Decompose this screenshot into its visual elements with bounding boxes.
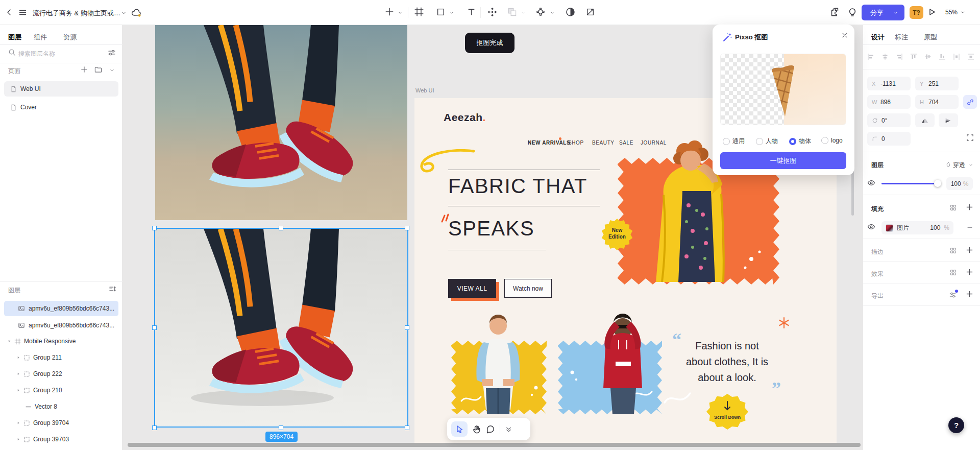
title-chevron-down-icon[interactable] xyxy=(121,10,127,16)
align-bottom-icon[interactable] xyxy=(938,53,946,61)
vector-tool-icon[interactable] xyxy=(536,7,545,16)
selection-handle[interactable] xyxy=(405,325,409,330)
constrain-link-icon[interactable] xyxy=(963,95,977,109)
layer-item-frame[interactable]: Mobile Responsive xyxy=(4,334,118,349)
tab-annotate[interactable]: 标注 xyxy=(895,33,908,42)
caret-right-icon[interactable] xyxy=(16,421,20,425)
layer-item-group[interactable]: Group 210 xyxy=(4,383,118,398)
selection-handle[interactable] xyxy=(152,325,157,330)
page-item-cover[interactable]: Cover xyxy=(4,100,118,115)
add-effect-icon[interactable] xyxy=(966,268,973,276)
shape-tool-icon[interactable] xyxy=(436,8,445,16)
export-settings-icon[interactable] xyxy=(949,291,957,299)
hoodie-man-photo[interactable] xyxy=(582,306,664,414)
option-person[interactable]: 人物 xyxy=(756,137,778,146)
tab-components[interactable]: 组件 xyxy=(34,33,47,42)
tab-design[interactable]: 设计 xyxy=(871,33,885,42)
search-input[interactable]: 搜索图层名称 xyxy=(18,50,55,58)
document-title[interactable]: 流行电子商务 & 购物主页或登... xyxy=(33,9,120,18)
option-logo[interactable]: logo xyxy=(821,137,843,144)
hero-line1[interactable]: FABRIC THAT xyxy=(448,175,587,198)
nav-beauty[interactable]: BEAUTY xyxy=(592,140,615,146)
selection-handle[interactable] xyxy=(279,425,283,430)
distribute-h-icon[interactable] xyxy=(952,53,961,61)
flip-horizontal-button[interactable] xyxy=(915,113,935,127)
caret-right-icon[interactable] xyxy=(16,356,20,360)
y-input[interactable]: Y251 xyxy=(915,77,959,90)
distribute-v-icon[interactable] xyxy=(967,53,975,61)
align-h-center-icon[interactable] xyxy=(881,53,889,61)
one-click-cutout-button[interactable]: 一键抠图 xyxy=(720,152,846,169)
lightbulb-icon[interactable] xyxy=(847,7,857,17)
main-menu-icon[interactable] xyxy=(18,8,27,17)
add-stroke-icon[interactable] xyxy=(966,246,973,254)
trial-badge[interactable]: T? xyxy=(910,6,923,19)
opacity-input[interactable]: 100% xyxy=(946,177,973,190)
nav-new-arrivals[interactable]: NEW ARRIVALS xyxy=(528,140,570,146)
quote-block[interactable]: Fashion is not about clothes, It is abou… xyxy=(672,338,782,386)
opacity-slider-knob[interactable] xyxy=(934,180,941,187)
fill-visibility-eye-icon[interactable] xyxy=(867,223,875,231)
corner-radius-input[interactable]: 0 xyxy=(867,132,911,146)
boolean-tool-icon[interactable] xyxy=(507,7,517,17)
horizontal-scrollbar[interactable] xyxy=(128,443,861,447)
width-input[interactable]: W896 xyxy=(867,95,911,109)
filter-icon[interactable] xyxy=(108,49,116,57)
rotation-input[interactable]: 0° xyxy=(867,113,911,127)
add-export-icon[interactable] xyxy=(966,290,973,298)
plugin-icon[interactable] xyxy=(830,7,840,17)
selection-handle[interactable] xyxy=(152,425,157,430)
layer-item-image[interactable]: apmv6u_ef809b56bdc66c743... xyxy=(4,318,118,333)
height-input[interactable]: H704 xyxy=(915,95,959,109)
sneaker-photo-bottom[interactable] xyxy=(155,229,407,427)
opacity-slider-track[interactable] xyxy=(881,183,938,184)
hero-line2[interactable]: SPEAKS xyxy=(448,217,534,240)
insert-plus-icon[interactable] xyxy=(385,7,394,16)
tab-resources[interactable]: 资源 xyxy=(63,33,77,42)
layer-item-vector[interactable]: Vector 8 xyxy=(4,399,118,414)
blend-mode-select[interactable]: 穿透 xyxy=(953,161,965,170)
denim-man-photo[interactable] xyxy=(459,313,536,414)
blend-chevron-icon[interactable] xyxy=(968,162,973,168)
selection-handle[interactable] xyxy=(279,226,283,230)
move-tool-icon[interactable] xyxy=(487,7,497,17)
zoom-control[interactable]: 55% xyxy=(945,9,965,16)
mask-tool-icon[interactable] xyxy=(566,7,575,17)
close-icon[interactable] xyxy=(841,32,848,39)
tab-layers[interactable]: 图层 xyxy=(8,33,21,42)
cloud-sync-icon[interactable] xyxy=(131,8,141,17)
add-fill-icon[interactable] xyxy=(966,203,973,211)
help-button[interactable]: ? xyxy=(948,417,964,433)
caret-right-icon[interactable] xyxy=(16,388,20,392)
hand-tool-button[interactable] xyxy=(472,424,481,434)
scroll-down-badge[interactable] xyxy=(706,394,748,430)
frame-tool-icon[interactable] xyxy=(414,7,424,16)
align-right-icon[interactable] xyxy=(895,53,903,61)
text-tool-icon[interactable] xyxy=(467,8,476,16)
effects-styles-icon[interactable] xyxy=(950,269,957,276)
back-button[interactable] xyxy=(5,8,13,16)
add-page-icon[interactable] xyxy=(81,66,88,73)
stroke-styles-icon[interactable] xyxy=(950,247,957,254)
align-left-icon[interactable] xyxy=(867,53,875,61)
collapse-toolbar-button[interactable] xyxy=(505,425,512,433)
share-button[interactable]: 分享 xyxy=(862,5,904,20)
flip-vertical-button[interactable] xyxy=(939,113,958,127)
fill-styles-icon[interactable] xyxy=(950,204,957,211)
page-folder-icon[interactable] xyxy=(94,66,102,74)
fill-row[interactable]: 图片 100 % xyxy=(881,221,953,234)
remove-fill-icon[interactable] xyxy=(966,224,973,231)
insert-chevron-icon[interactable] xyxy=(398,10,403,15)
layer-item-group[interactable]: Group 39703 xyxy=(4,432,118,447)
layer-sort-icon[interactable] xyxy=(109,285,116,293)
align-v-center-icon[interactable] xyxy=(924,53,932,61)
frame-title[interactable]: Web UI xyxy=(415,87,434,93)
vector-chevron-icon[interactable] xyxy=(550,10,555,15)
option-general[interactable]: 通用 xyxy=(723,137,745,146)
watch-now-button[interactable]: Watch now xyxy=(504,279,552,298)
selection-handle[interactable] xyxy=(152,226,157,230)
caret-right-icon[interactable] xyxy=(16,437,20,441)
option-object[interactable]: 物体 xyxy=(789,137,811,146)
x-input[interactable]: X-1131 xyxy=(867,77,911,90)
tab-prototype[interactable]: 原型 xyxy=(924,33,937,42)
